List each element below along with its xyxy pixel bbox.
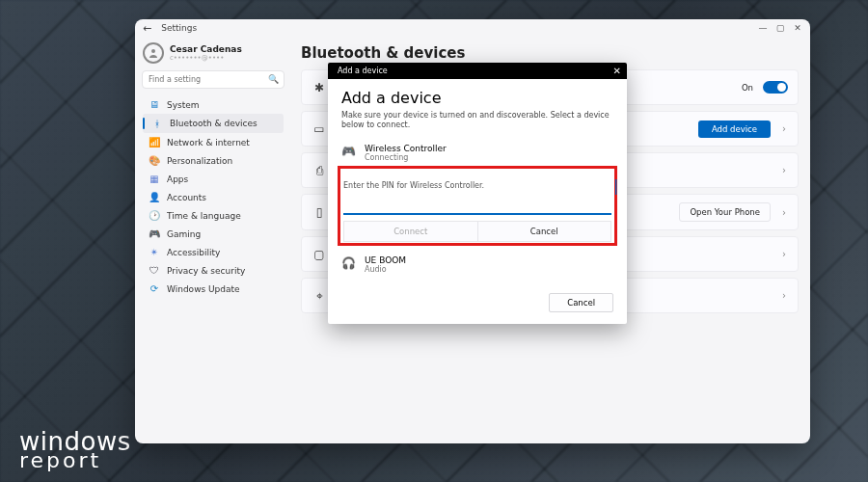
- sidebar-item-label: Accounts: [167, 193, 206, 202]
- device-row-controller[interactable]: 🎮 Wireless Controller Connecting: [341, 140, 613, 166]
- modal-hint: Make sure your device is turned on and d…: [341, 111, 613, 130]
- sidebar-item-label: Personalization: [167, 156, 232, 166]
- accounts-icon: 👤: [149, 192, 160, 202]
- pin-entry-block: Enter the PIN for Wireless Controller.: [343, 175, 611, 215]
- bluetooth-icon: ✱: [312, 81, 327, 94]
- personalization-icon: 🎨: [149, 155, 160, 166]
- modal-titlebar-text: Add a device: [338, 67, 388, 75]
- cancel-pairing-button[interactable]: Cancel: [477, 221, 612, 242]
- chevron-right-icon: ›: [780, 207, 788, 218]
- search-input[interactable]: [143, 71, 284, 88]
- device-name: UE BOOM: [365, 255, 406, 265]
- sidebar-item-label: Network & internet: [167, 138, 250, 147]
- bluetooth-toggle[interactable]: [763, 81, 788, 94]
- sidebar-item-time-language[interactable]: 🕑Time & language: [143, 206, 284, 225]
- device-row-ueboom[interactable]: 🎧 UE BOOM Audio: [341, 252, 613, 278]
- accessibility-icon: ✴: [149, 247, 160, 257]
- modal-heading: Add a device: [341, 89, 613, 107]
- avatar-icon: [143, 42, 164, 64]
- sidebar-item-system[interactable]: 🖥System: [143, 95, 284, 114]
- sidebar-item-personalization[interactable]: 🎨Personalization: [143, 151, 284, 170]
- sidebar-item-bluetooth-devices[interactable]: ᚼBluetooth & devices: [143, 114, 284, 133]
- gaming-icon: 🎮: [149, 228, 160, 239]
- connect-button[interactable]: Connect: [343, 221, 477, 242]
- window-titlebar: ← Settings — ▢ ✕: [135, 19, 810, 37]
- phone-icon: ▯: [312, 205, 327, 219]
- sidebar-item-label: Time & language: [167, 211, 241, 221]
- controller-icon: 🎮: [341, 144, 357, 158]
- sidebar-item-label: Bluetooth & devices: [170, 119, 258, 128]
- device-status: Connecting: [365, 153, 447, 162]
- sidebar-item-gaming[interactable]: 🎮Gaming: [143, 225, 284, 243]
- add-device-button[interactable]: Add device: [698, 120, 771, 138]
- modal-titlebar: Add a device ✕: [328, 63, 627, 79]
- back-button[interactable]: ←: [141, 22, 151, 35]
- account-email: c•••••••@••••: [170, 54, 242, 62]
- time-language-icon: 🕑: [149, 210, 160, 221]
- chevron-right-icon: ›: [780, 165, 788, 175]
- device-status: Audio: [365, 265, 406, 274]
- printer-icon: ⎙: [312, 164, 327, 177]
- add-device-modal: Add a device ✕ Add a device Make sure yo…: [328, 63, 627, 324]
- device-name: Wireless Controller: [365, 144, 447, 153]
- annotation-highlight: Enter the PIN for Wireless Controller. C…: [339, 168, 615, 244]
- sidebar-item-apps[interactable]: ▦Apps: [143, 170, 284, 188]
- account-header[interactable]: Cesar Cadenas c•••••••@••••: [143, 42, 284, 64]
- search-icon: 🔍: [268, 74, 279, 84]
- sidebar-item-label: Privacy & security: [167, 266, 245, 276]
- chevron-right-icon: ›: [780, 249, 788, 259]
- privacy-security-icon: 🛡: [149, 265, 160, 276]
- system-icon: 🖥: [149, 99, 160, 110]
- bluetooth-on-label: On: [742, 83, 753, 93]
- bluetooth-devices-icon: ᚼ: [151, 119, 163, 129]
- pin-input[interactable]: [343, 197, 611, 215]
- pin-label: Enter the PIN for Wireless Controller.: [343, 181, 611, 190]
- sidebar-item-network-internet[interactable]: 📶Network & internet: [143, 133, 284, 151]
- apps-icon: ▦: [149, 174, 160, 184]
- sidebar-item-label: Accessibility: [167, 248, 220, 257]
- maximize-button[interactable]: ▢: [773, 21, 787, 35]
- camera-icon: ▢: [312, 248, 327, 261]
- account-name: Cesar Cadenas: [170, 44, 242, 54]
- open-your-phone-button[interactable]: Open Your Phone: [679, 202, 771, 222]
- close-window-button[interactable]: ✕: [791, 21, 804, 35]
- windows-update-icon: ⟳: [149, 283, 160, 294]
- sidebar-item-label: System: [167, 100, 200, 110]
- chevron-right-icon: ›: [780, 123, 788, 134]
- headphones-icon: 🎧: [341, 255, 357, 270]
- mouse-icon: ⌖: [312, 289, 327, 303]
- settings-sidebar: Cesar Cadenas c•••••••@•••• 🔍 🖥SystemᚼBl…: [135, 37, 289, 443]
- sidebar-item-label: Gaming: [167, 229, 201, 239]
- minimize-button[interactable]: —: [756, 21, 770, 35]
- devices-icon: ▭: [312, 122, 327, 136]
- sidebar-item-label: Apps: [167, 174, 188, 184]
- network-internet-icon: 📶: [149, 137, 160, 147]
- sidebar-item-windows-update[interactable]: ⟳Windows Update: [143, 280, 284, 298]
- settings-search[interactable]: 🔍: [143, 71, 284, 88]
- modal-close-button[interactable]: ✕: [613, 66, 621, 76]
- modal-footer-cancel-button[interactable]: Cancel: [549, 293, 613, 312]
- window-title: Settings: [161, 23, 197, 33]
- chevron-right-icon: ›: [780, 290, 788, 301]
- sidebar-item-privacy-security[interactable]: 🛡Privacy & security: [143, 261, 284, 280]
- sidebar-item-accessibility[interactable]: ✴Accessibility: [143, 243, 284, 261]
- sidebar-item-accounts[interactable]: 👤Accounts: [143, 188, 284, 206]
- svg-point-0: [151, 49, 155, 53]
- page-title: Bluetooth & devices: [301, 44, 799, 62]
- sidebar-item-label: Windows Update: [167, 284, 240, 294]
- watermark: windows report: [19, 431, 131, 470]
